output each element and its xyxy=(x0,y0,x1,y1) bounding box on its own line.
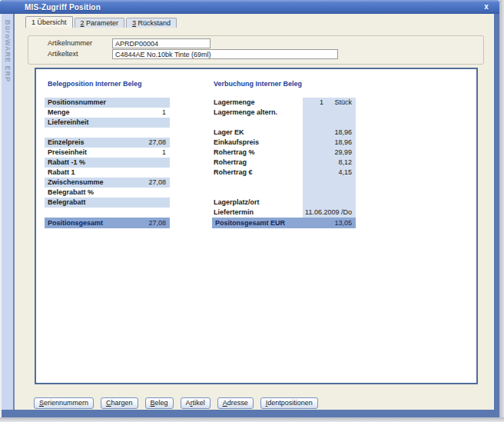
chargen-button[interactable]: Chargen xyxy=(101,397,138,409)
table-row: Liefereinheit xyxy=(45,118,170,128)
artikel-button[interactable]: Artikel xyxy=(181,397,211,409)
table-row: Lagermenge 1Stück xyxy=(214,98,356,108)
tab-bar: 1 Übersicht 2 Parameter 3 Rückstand xyxy=(25,16,177,28)
artikeltext-label: Artikeltext xyxy=(48,50,78,58)
left-total-row: Positionsgesamt 27,08 xyxy=(45,218,170,228)
table-row: Belegrabatt % xyxy=(45,188,170,198)
table-row: Liefertermin11.06.2009 /Do xyxy=(214,208,356,218)
table-row: Positionsnummer xyxy=(45,98,170,108)
identpositionen-button[interactable]: Identpositionen xyxy=(260,397,318,409)
artikelnummer-input[interactable] xyxy=(112,38,211,48)
beleg-button[interactable]: Beleg xyxy=(145,397,174,409)
artikelnummer-label: Artikelnummer xyxy=(48,39,92,48)
artikeltext-input[interactable] xyxy=(112,49,338,59)
mis-zugriff-window: MIS-Zugriff Position x BüroWARE ERP 1 Üb… xyxy=(0,0,504,422)
table-row: Rabatt 1 xyxy=(45,168,170,178)
table-row: Einzelpreis27,08 xyxy=(45,138,170,148)
tab-rueckstand[interactable]: 3 Rückstand xyxy=(126,18,177,28)
window-right-frame xyxy=(494,14,499,417)
table-row: Einkaufspreis18,96 xyxy=(214,138,356,148)
button-row: Seriennummern Chargen Beleg Artikel Adre… xyxy=(34,397,318,409)
tab-parameter[interactable]: 2 Parameter xyxy=(75,18,125,28)
table-row: Rohertrag %29,99 xyxy=(214,148,356,158)
adresse-button[interactable]: Adresse xyxy=(217,397,254,409)
title-bar: MIS-Zugriff Position x xyxy=(0,0,499,14)
right-total-row: Positonsgesamt EUR 13,05 xyxy=(212,218,356,228)
table-row: Zwischensumme27,08 xyxy=(45,178,170,188)
table-row: Menge1 xyxy=(45,108,170,118)
seriennummern-button[interactable]: Seriennummern xyxy=(34,397,94,409)
window-title: MIS-Zugriff Position xyxy=(0,3,101,12)
close-icon[interactable]: x xyxy=(481,2,492,12)
window-bottom-frame xyxy=(2,410,499,417)
table-row: Lagermenge altern. xyxy=(214,108,356,118)
window-right-shadow xyxy=(499,0,504,422)
left-section-header: Belegposition Interner Beleg xyxy=(48,79,142,88)
table-row: Rabatt -1 % xyxy=(45,158,170,168)
tab-uebersicht[interactable]: 1 Übersicht xyxy=(25,16,73,28)
brand-vertical-label: BüroWARE ERP xyxy=(2,20,13,82)
table-row: Rohertrag €4,15 xyxy=(214,168,356,178)
table-row: Lager EK18,96 xyxy=(214,128,356,138)
window-bottom-shadow xyxy=(0,417,504,422)
table-row: Preiseinheit1 xyxy=(45,148,170,158)
table-row: Belegrabatt xyxy=(45,198,170,208)
right-section-header: Verbuchung Interner Beleg xyxy=(214,79,302,88)
table-row: Lagerplatz/ort xyxy=(214,198,356,208)
table-row: Rohertrag8,12 xyxy=(214,158,356,168)
